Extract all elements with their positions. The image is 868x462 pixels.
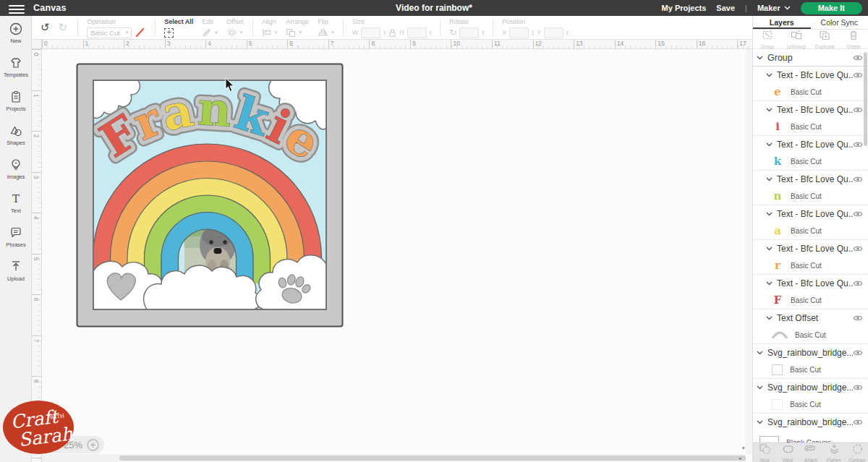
- panel-scrollbar-thumb[interactable]: [864, 52, 867, 146]
- vertical-scrollbar[interactable]: [746, 40, 752, 454]
- horizontal-scrollbar-thumb[interactable]: [119, 455, 746, 461]
- y-stepper[interactable]: ▴▾: [566, 30, 569, 35]
- sidebar-item-upload[interactable]: Upload: [0, 254, 32, 288]
- my-projects-link[interactable]: My Projects: [662, 4, 707, 12]
- sidebar-item-images[interactable]: Images: [0, 152, 32, 186]
- visibility-eye-icon[interactable]: [853, 141, 863, 148]
- sidebar-item-text[interactable]: TText: [0, 186, 32, 220]
- x-stepper[interactable]: ▴▾: [532, 30, 534, 35]
- y-input[interactable]: [544, 27, 563, 38]
- lock-icon[interactable]: [388, 28, 396, 38]
- chevron-down-icon[interactable]: [766, 73, 773, 77]
- layer-row[interactable]: Text - Bfc Love Qu...: [753, 136, 868, 153]
- chevron-down-icon[interactable]: [757, 420, 763, 424]
- chevron-down-icon[interactable]: [766, 247, 773, 251]
- layer-child-row[interactable]: Blank Canvas: [753, 430, 868, 442]
- chevron-down-icon[interactable]: [766, 212, 773, 216]
- layer-child-row[interactable]: Basic Cut: [753, 326, 868, 343]
- chevron-down-icon[interactable]: [757, 56, 763, 60]
- x-input[interactable]: [509, 27, 529, 38]
- visibility-eye-icon[interactable]: [853, 72, 863, 79]
- chevron-down-icon[interactable]: [757, 385, 763, 390]
- group-header-row[interactable]: Group: [753, 50, 868, 67]
- layer-row[interactable]: Svg_rainbow_bridge...: [753, 379, 868, 395]
- sidebar-item-phrases[interactable]: Phrases: [0, 220, 32, 254]
- flip-menu[interactable]: ▾: [318, 26, 334, 39]
- edit-menu[interactable]: ▾: [202, 26, 218, 39]
- make-it-button[interactable]: Make It: [801, 2, 862, 14]
- align-menu[interactable]: ▾: [262, 26, 278, 39]
- sidebar-item-shapes[interactable]: Shapes: [0, 118, 32, 152]
- visibility-eye-icon[interactable]: [853, 280, 863, 287]
- chevron-down-icon[interactable]: [766, 281, 773, 286]
- layer-child-row[interactable]: aBasic Cut: [753, 222, 868, 239]
- layer-row[interactable]: Svg_rainbow_bridge...: [753, 344, 868, 361]
- weld-button[interactable]: Weld: [776, 443, 799, 462]
- visibility-eye-icon[interactable]: [853, 349, 863, 356]
- offset-menu[interactable]: ▾: [226, 26, 243, 39]
- visibility-eye-icon[interactable]: [853, 210, 863, 218]
- group-button[interactable]: Group: [753, 30, 782, 48]
- visibility-eye-icon[interactable]: [853, 419, 863, 426]
- visibility-eye-icon[interactable]: [853, 54, 863, 61]
- layer-group: Text - Bfc Love Qu...eBasic Cut: [753, 67, 868, 101]
- tab-color-sync[interactable]: Color Sync: [811, 16, 868, 29]
- visibility-eye-icon[interactable]: [853, 315, 863, 322]
- duplicate-button[interactable]: Duplicate: [811, 30, 840, 48]
- layer-child-row[interactable]: Basic Cut: [753, 395, 868, 413]
- pen-color-icon[interactable]: [135, 27, 146, 38]
- visibility-eye-icon[interactable]: [853, 384, 863, 391]
- tab-layers[interactable]: Layers: [753, 16, 811, 29]
- redo-button[interactable]: ↻: [59, 21, 68, 34]
- delete-button[interactable]: Delete: [839, 30, 868, 48]
- layer-child-row[interactable]: nBasic Cut: [753, 187, 868, 205]
- layer-row[interactable]: Text - Bfc Love Qu...: [753, 275, 868, 291]
- chevron-down-icon[interactable]: [766, 177, 773, 181]
- slice-button[interactable]: Slice: [753, 443, 776, 462]
- rotate-input[interactable]: [459, 27, 479, 38]
- width-stepper[interactable]: ▴▾: [383, 30, 386, 35]
- scroll-down-icon[interactable]: ▾: [742, 445, 745, 451]
- sidebar-item-templates[interactable]: Templates: [0, 50, 32, 84]
- layer-child-row[interactable]: eBasic Cut: [753, 83, 868, 100]
- chevron-down-icon[interactable]: [766, 108, 773, 112]
- layer-row[interactable]: Text - Bfc Love Qu...: [753, 67, 868, 83]
- layer-child-label: Basic Cut: [791, 262, 822, 270]
- height-stepper[interactable]: ▴▾: [430, 30, 432, 35]
- design-artwork[interactable]: Frankie Frankie Frankie: [76, 63, 344, 328]
- arrange-menu[interactable]: ▾: [286, 26, 302, 39]
- flatten-button[interactable]: Flatten: [822, 443, 846, 462]
- layer-row[interactable]: Text - Bfc Love Qu...: [753, 171, 868, 187]
- sidebar-item-new[interactable]: New: [0, 16, 32, 50]
- layer-child-row[interactable]: rBasic Cut: [753, 257, 868, 274]
- machine-select[interactable]: Maker: [757, 4, 791, 12]
- ungroup-button[interactable]: UnGroup: [782, 30, 811, 48]
- layer-child-row[interactable]: FBasic Cut: [753, 291, 868, 309]
- chevron-down-icon[interactable]: [766, 316, 773, 320]
- sidebar-item-projects[interactable]: Projects: [0, 84, 32, 118]
- layer-child-row[interactable]: Basic Cut: [753, 361, 868, 378]
- attach-button[interactable]: Attach: [799, 443, 822, 462]
- layer-row[interactable]: Text - Bfc Love Qu...: [753, 205, 868, 222]
- layer-row[interactable]: Svg_rainbow_bridge...: [753, 414, 868, 430]
- zoom-in-icon[interactable]: [87, 439, 99, 451]
- save-link[interactable]: Save: [716, 4, 735, 12]
- undo-button[interactable]: ↺: [41, 21, 50, 34]
- layer-row[interactable]: Text - Bfc Love Qu...: [753, 101, 868, 118]
- chevron-down-icon[interactable]: [766, 142, 773, 147]
- scroll-right-icon[interactable]: ▸: [739, 455, 742, 461]
- select-all-button[interactable]: [164, 26, 174, 39]
- layer-row[interactable]: Text Offset: [753, 309, 868, 326]
- operation-select[interactable]: Basic Cut ▾: [87, 27, 132, 38]
- width-input[interactable]: [361, 27, 380, 38]
- rotate-stepper[interactable]: ▴▾: [482, 30, 484, 35]
- height-input[interactable]: [407, 27, 427, 38]
- visibility-eye-icon[interactable]: [853, 176, 863, 183]
- layer-row[interactable]: Text - Bfc Love Qu...: [753, 240, 868, 257]
- layer-child-row[interactable]: iBasic Cut: [753, 118, 868, 135]
- visibility-eye-icon[interactable]: [853, 245, 863, 252]
- layer-child-row[interactable]: kBasic Cut: [753, 153, 868, 170]
- chevron-down-icon[interactable]: [757, 351, 763, 355]
- contour-button[interactable]: Contour: [846, 443, 868, 462]
- visibility-eye-icon[interactable]: [853, 106, 863, 114]
